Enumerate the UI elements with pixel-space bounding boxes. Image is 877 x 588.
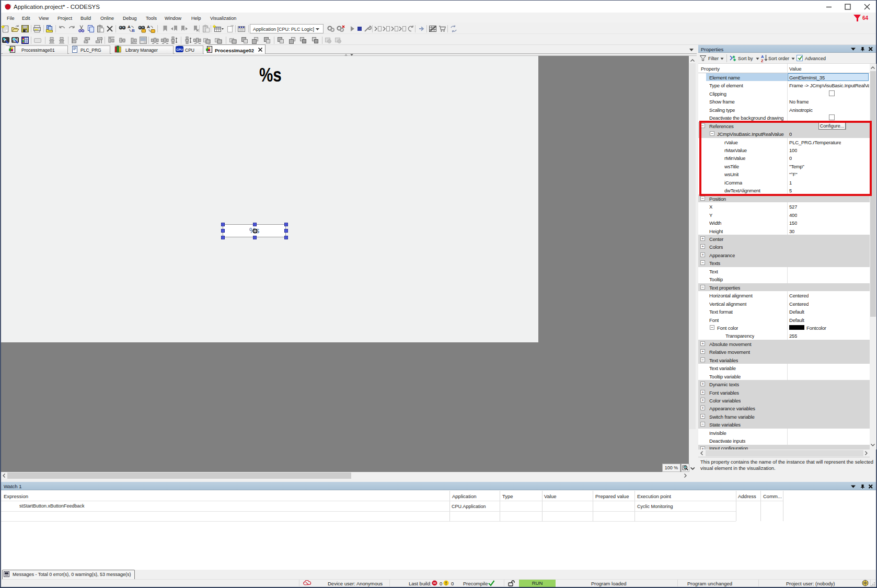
svg-text:CPU: CPU bbox=[176, 48, 183, 51]
svg-text:Z: Z bbox=[761, 59, 764, 63]
svg-text:A: A bbox=[147, 25, 150, 29]
svg-text:B: B bbox=[132, 28, 135, 33]
svg-text:A: A bbox=[128, 25, 131, 29]
